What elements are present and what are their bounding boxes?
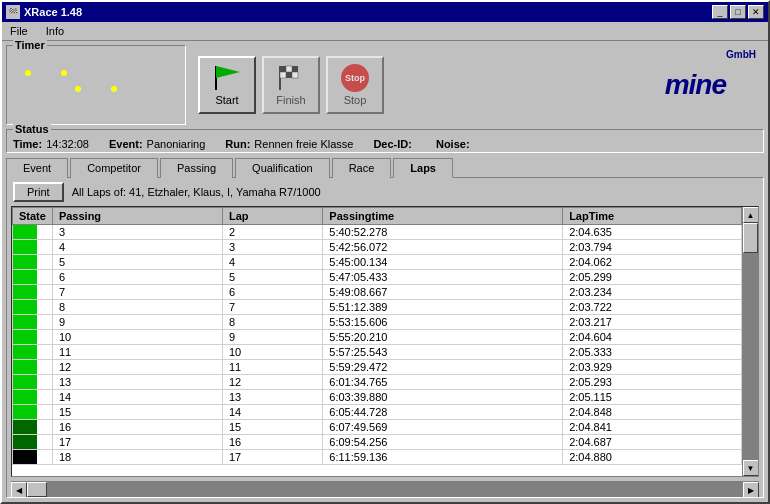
- stop-icon: Stop: [341, 64, 369, 92]
- scroll-thumb[interactable]: [743, 223, 758, 253]
- logo-suffix: GmbH: [726, 45, 756, 60]
- tab-competitor[interactable]: Competitor: [70, 158, 158, 178]
- lap-cell: 17: [222, 450, 322, 465]
- menu-info[interactable]: Info: [42, 24, 68, 38]
- start-flag-icon: [212, 64, 242, 92]
- svg-rect-6: [280, 72, 286, 78]
- decid-label: Dec-ID:: [373, 138, 412, 150]
- menu-bar: File Info: [2, 22, 768, 41]
- status-decid: Dec-ID:: [373, 138, 416, 150]
- event-value: Panoniaring: [147, 138, 206, 150]
- table-row: 14136:03:39.8802:05.115: [13, 390, 742, 405]
- lap-cell: 14: [222, 405, 322, 420]
- passing-cell: 9: [52, 315, 222, 330]
- laps-table-wrapper: State Passing Lap Passingtime LapTime 32…: [11, 206, 759, 477]
- table-row: 985:53:15.6062:03.217: [13, 315, 742, 330]
- passingtime-cell: 6:07:49.569: [323, 420, 563, 435]
- state-cell: [13, 330, 53, 345]
- status-run: Run: Rennen freie Klasse: [225, 138, 353, 150]
- table-row: 16156:07:49.5692:04.841: [13, 420, 742, 435]
- table-scroll[interactable]: State Passing Lap Passingtime LapTime 32…: [12, 207, 742, 476]
- svg-rect-4: [286, 66, 292, 72]
- status-row: Time: 14:32:08 Event: Panoniaring Run: R…: [13, 132, 757, 150]
- stop-label: Stop: [344, 94, 367, 106]
- scroll-left-button[interactable]: ◀: [11, 482, 27, 498]
- scroll-up-button[interactable]: ▲: [743, 207, 759, 223]
- passingtime-cell: 5:55:20.210: [323, 330, 563, 345]
- passing-cell: 10: [52, 330, 222, 345]
- laptime-cell: 2:03.794: [563, 240, 742, 255]
- window-controls: _ □ ✕: [712, 5, 764, 19]
- passing-cell: 17: [52, 435, 222, 450]
- tab-race[interactable]: Race: [332, 158, 392, 178]
- scroll-track[interactable]: [743, 223, 758, 460]
- passing-cell: 11: [52, 345, 222, 360]
- passingtime-cell: 5:59:29.472: [323, 360, 563, 375]
- state-cell: [13, 375, 53, 390]
- maximize-button[interactable]: □: [730, 5, 746, 19]
- passing-cell: 5: [52, 255, 222, 270]
- table-row: 1095:55:20.2102:04.604: [13, 330, 742, 345]
- scroll-down-button[interactable]: ▼: [743, 460, 759, 476]
- lap-cell: 15: [222, 420, 322, 435]
- table-row: 325:40:52.2782:04.635: [13, 225, 742, 240]
- table-row: 13126:01:34.7652:05.293: [13, 375, 742, 390]
- state-cell: [13, 225, 53, 240]
- title-bar: 🏁 XRace 1.48 _ □ ✕: [2, 2, 768, 22]
- print-button[interactable]: Print: [13, 182, 64, 202]
- table-row: 875:51:12.3892:03.722: [13, 300, 742, 315]
- passingtime-cell: 5:51:12.389: [323, 300, 563, 315]
- passingtime-cell: 5:53:15.606: [323, 315, 563, 330]
- dot-1: [25, 70, 31, 76]
- table-row: 18176:11:59.1362:04.880: [13, 450, 742, 465]
- scroll-h-thumb[interactable]: [27, 482, 47, 497]
- tab-event[interactable]: Event: [6, 158, 68, 178]
- passingtime-cell: 5:49:08.667: [323, 285, 563, 300]
- start-label: Start: [215, 94, 238, 106]
- lap-cell: 11: [222, 360, 322, 375]
- state-cell: [13, 270, 53, 285]
- vertical-scrollbar[interactable]: ▲ ▼: [742, 207, 758, 476]
- horizontal-scrollbar[interactable]: ◀ ▶: [11, 481, 759, 497]
- finish-flag-icon: [276, 64, 306, 92]
- laptime-cell: 2:04.062: [563, 255, 742, 270]
- lap-cell: 8: [222, 315, 322, 330]
- logo-text: mine: [665, 69, 726, 101]
- finish-button[interactable]: Finish: [262, 56, 320, 114]
- start-button[interactable]: Start: [198, 56, 256, 114]
- menu-file[interactable]: File: [6, 24, 32, 38]
- tab-qualification[interactable]: Qualification: [235, 158, 330, 178]
- noise-label: Noise:: [436, 138, 470, 150]
- timer-label: Timer: [13, 39, 47, 51]
- state-cell: [13, 360, 53, 375]
- laptime-cell: 2:03.217: [563, 315, 742, 330]
- status-label: Status: [13, 123, 51, 135]
- laptime-cell: 2:04.841: [563, 420, 742, 435]
- scroll-right-button[interactable]: ▶: [743, 482, 759, 498]
- laptime-cell: 2:04.635: [563, 225, 742, 240]
- passingtime-cell: 5:42:56.072: [323, 240, 563, 255]
- svg-rect-7: [286, 72, 292, 78]
- run-label: Run:: [225, 138, 250, 150]
- tab-passing[interactable]: Passing: [160, 158, 233, 178]
- finish-label: Finish: [276, 94, 305, 106]
- minimize-button[interactable]: _: [712, 5, 728, 19]
- stop-button[interactable]: Stop Stop: [326, 56, 384, 114]
- tab-laps[interactable]: Laps: [393, 158, 453, 178]
- status-time: Time: 14:32:08: [13, 138, 89, 150]
- status-event: Event: Panoniaring: [109, 138, 205, 150]
- passing-cell: 8: [52, 300, 222, 315]
- app-icon: 🏁: [6, 5, 20, 19]
- passingtime-cell: 6:09:54.256: [323, 435, 563, 450]
- lap-cell: 13: [222, 390, 322, 405]
- lap-cell: 3: [222, 240, 322, 255]
- timer-dots-row1: [15, 50, 177, 76]
- passing-cell: 12: [52, 360, 222, 375]
- svg-marker-1: [216, 66, 240, 78]
- lap-cell: 10: [222, 345, 322, 360]
- tabs-container: Event Competitor Passing Qualification R…: [2, 157, 768, 177]
- laptime-cell: 2:03.722: [563, 300, 742, 315]
- close-button[interactable]: ✕: [748, 5, 764, 19]
- svg-rect-5: [292, 66, 298, 72]
- passingtime-cell: 5:45:00.134: [323, 255, 563, 270]
